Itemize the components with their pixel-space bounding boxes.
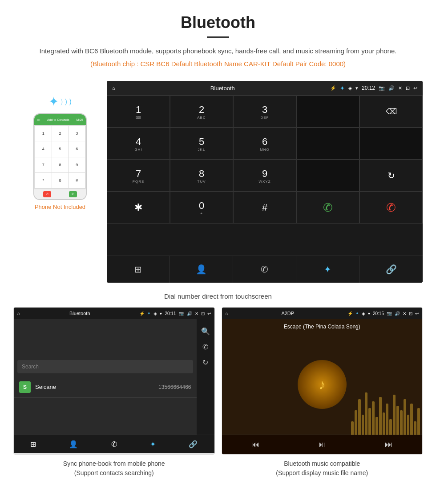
music-caption-line2: (Support display music file name) bbox=[276, 469, 368, 476]
middle-section: ✦ ) ) ) ••• Add to Contacts M:25 1 2 3 4… bbox=[0, 76, 436, 287]
eq-bar bbox=[375, 417, 378, 435]
pb-bottom-phone-icon[interactable]: ✆ bbox=[111, 440, 117, 448]
pb-win-icon: ⊡ bbox=[201, 311, 205, 316]
eq-bar bbox=[404, 399, 406, 435]
music-win-icon: ⊡ bbox=[409, 311, 412, 316]
phone-key: * bbox=[35, 173, 52, 188]
music-next-btn[interactable]: ⏭ bbox=[385, 440, 393, 449]
music-caption-line1: Bluetooth music compatible bbox=[284, 460, 360, 467]
pb-search-bar[interactable]: Search bbox=[17, 360, 193, 373]
phone-key: 0 bbox=[52, 173, 69, 188]
phonebook-caption-line2: (Support contacts searching) bbox=[74, 469, 154, 476]
phone-not-included-label: Phone Not Included bbox=[35, 204, 85, 210]
pb-contact-avatar: S bbox=[19, 381, 31, 393]
pb-bottom-link-icon[interactable]: 🔗 bbox=[189, 440, 198, 448]
dial-refresh[interactable]: ↻ bbox=[359, 160, 423, 192]
eq-bar bbox=[368, 408, 371, 435]
phonebook-caption-line1: Sync phone-book from mobile phone bbox=[63, 460, 165, 467]
music-cam-icon: 📷 bbox=[387, 311, 392, 316]
music-usb-icon: ⚡ bbox=[347, 311, 353, 316]
eq-bar bbox=[372, 401, 375, 435]
music-close-icon: ✕ bbox=[403, 311, 406, 316]
eq-bar bbox=[383, 412, 385, 435]
pb-close-icon: ✕ bbox=[195, 311, 198, 316]
eq-bar bbox=[358, 399, 361, 435]
phone-key: 4 bbox=[35, 141, 52, 156]
pb-sync-icon[interactable]: ↻ bbox=[202, 358, 208, 367]
header-section: Bluetooth Integrated with BC6 Bluetooth … bbox=[0, 0, 436, 76]
dial-key-8[interactable]: 8TUV bbox=[170, 160, 233, 192]
phone-mockup: ••• Add to Contacts M:25 1 2 3 4 5 6 7 8… bbox=[33, 113, 87, 200]
pb-bottom-dialpad-icon[interactable]: ⊞ bbox=[30, 440, 36, 448]
eq-bar bbox=[414, 421, 416, 435]
main-title: Bluetooth bbox=[27, 13, 409, 32]
action-contacts-icon[interactable]: 👤 bbox=[170, 256, 233, 283]
eq-bar bbox=[396, 406, 399, 435]
pb-search-icon[interactable]: 🔍 bbox=[201, 327, 210, 336]
dial-call-red[interactable]: ✆ bbox=[359, 192, 423, 224]
dialpad-title: Bluetooth bbox=[119, 85, 327, 92]
home-icon: ⌂ bbox=[112, 85, 115, 91]
eq-bar bbox=[393, 395, 396, 435]
dial-key-star[interactable]: ✱ bbox=[107, 192, 170, 224]
phone-side: ✦ ) ) ) ••• Add to Contacts M:25 1 2 3 4… bbox=[13, 81, 107, 210]
action-bluetooth-icon[interactable]: ✦ bbox=[296, 256, 359, 283]
pb-bt-icon: ✦ bbox=[147, 311, 151, 316]
music-wifi-icon: ▾ bbox=[368, 311, 370, 316]
dial-backspace[interactable]: ⌫ bbox=[359, 96, 423, 128]
pb-bottom-contacts-icon[interactable]: 👤 bbox=[69, 440, 78, 448]
phone-key: 1 bbox=[35, 126, 52, 141]
action-link-icon[interactable]: 🔗 bbox=[359, 256, 423, 283]
dial-key-hash[interactable]: # bbox=[233, 192, 296, 224]
pb-contact-name: Seicane bbox=[35, 384, 158, 390]
dial-key-3[interactable]: 3DEF bbox=[233, 96, 296, 128]
dial-key-9[interactable]: 9WXYZ bbox=[233, 160, 296, 192]
music-prev-btn[interactable]: ⏮ bbox=[251, 440, 259, 449]
music-vol-icon: 🔊 bbox=[395, 311, 400, 316]
eq-bar bbox=[410, 404, 413, 435]
music-play-btn[interactable]: ⏯ bbox=[318, 440, 326, 449]
phone-key: 9 bbox=[69, 157, 85, 172]
dial-empty-2 bbox=[359, 128, 423, 160]
signal-waves-icon: ) ) ) bbox=[61, 98, 72, 106]
music-screenshot: ⌂ A2DP ⚡ ✦ ◈ ▾ 20:15 📷 🔊 ✕ ⊡ ↩ Escape (T… bbox=[222, 307, 423, 455]
eq-bar bbox=[365, 392, 367, 435]
dial-key-1[interactable]: 1⌨ bbox=[107, 96, 170, 128]
pb-contact-row[interactable]: S Seicane 13566664466 bbox=[14, 377, 197, 398]
phone-key: # bbox=[69, 173, 85, 188]
pb-loc-icon: ◈ bbox=[153, 311, 157, 316]
pb-call-icon[interactable]: ✆ bbox=[202, 343, 208, 351]
music-statusbar: ⌂ A2DP ⚡ ✦ ◈ ▾ 20:15 📷 🔊 ✕ ⊡ ↩ bbox=[222, 308, 423, 319]
dial-key-5[interactable]: 5JKL bbox=[170, 128, 233, 160]
music-content: Escape (The Pina Colada Song) ♪ bbox=[222, 319, 423, 435]
music-time: 20:15 bbox=[373, 311, 384, 316]
music-loc-icon: ◈ bbox=[362, 311, 365, 316]
action-dialpad-icon[interactable]: ⊞ bbox=[107, 256, 170, 283]
pb-time: 20:11 bbox=[165, 311, 176, 316]
pb-back-icon: ↩ bbox=[207, 311, 211, 316]
dial-key-4[interactable]: 4GHI bbox=[107, 128, 170, 160]
phone-key: 7 bbox=[35, 157, 52, 172]
pb-title: Bluetooth bbox=[23, 311, 137, 316]
phone-call-btn: ✆ bbox=[69, 191, 77, 197]
pb-cam-icon: 📷 bbox=[179, 311, 184, 316]
pb-bottom-bt-icon[interactable]: ✦ bbox=[150, 440, 156, 448]
dial-key-2[interactable]: 2ABC bbox=[170, 96, 233, 128]
music-title: A2DP bbox=[231, 311, 345, 316]
dial-key-6[interactable]: 6MNO bbox=[233, 128, 296, 160]
time-display: 20:12 bbox=[362, 85, 375, 91]
dial-call-green[interactable]: ✆ bbox=[296, 192, 359, 224]
phone-end-btn: ✆ bbox=[43, 191, 51, 197]
eq-bar bbox=[351, 421, 354, 435]
pb-contact-number: 13566664466 bbox=[158, 384, 191, 390]
eq-bar bbox=[362, 415, 364, 435]
dial-key-7[interactable]: 7PQRS bbox=[107, 160, 170, 192]
location-icon: ◈ bbox=[348, 85, 352, 91]
music-album-art: ♪ bbox=[298, 360, 347, 409]
eq-bars bbox=[351, 381, 422, 435]
music-bt-icon: ✦ bbox=[355, 311, 359, 316]
pb-usb-icon: ⚡ bbox=[139, 311, 145, 316]
action-phone-icon[interactable]: ✆ bbox=[233, 256, 296, 283]
dial-key-0[interactable]: 0+ bbox=[170, 192, 233, 224]
phonebook-caption: Sync phone-book from mobile phone (Suppo… bbox=[13, 459, 215, 478]
